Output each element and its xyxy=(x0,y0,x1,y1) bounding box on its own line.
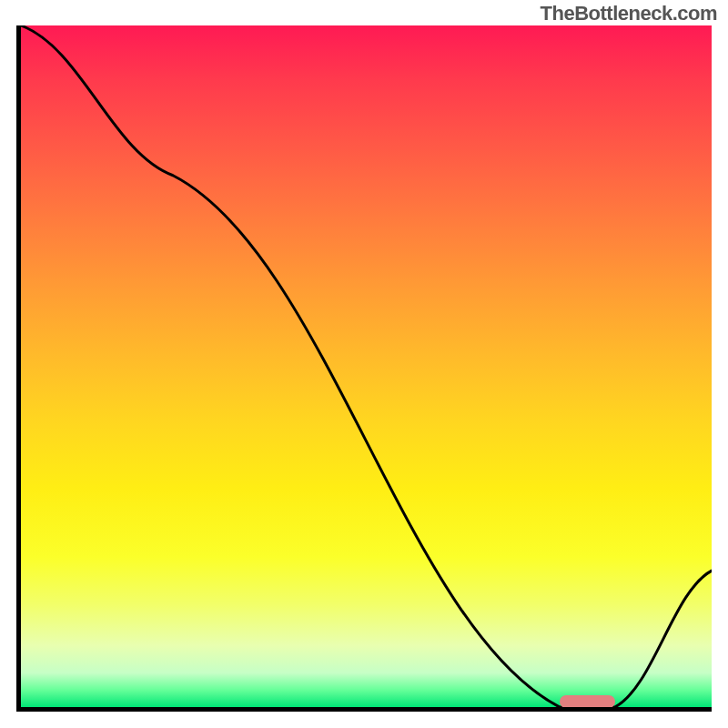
bottleneck-curve xyxy=(21,25,712,707)
plot-inner xyxy=(21,25,712,707)
watermark-text: TheBottleneck.com xyxy=(541,2,717,25)
curve-path xyxy=(21,25,712,707)
chart-container: TheBottleneck.com xyxy=(0,0,728,728)
optimal-range-marker xyxy=(560,695,615,707)
plot-area xyxy=(16,25,712,712)
